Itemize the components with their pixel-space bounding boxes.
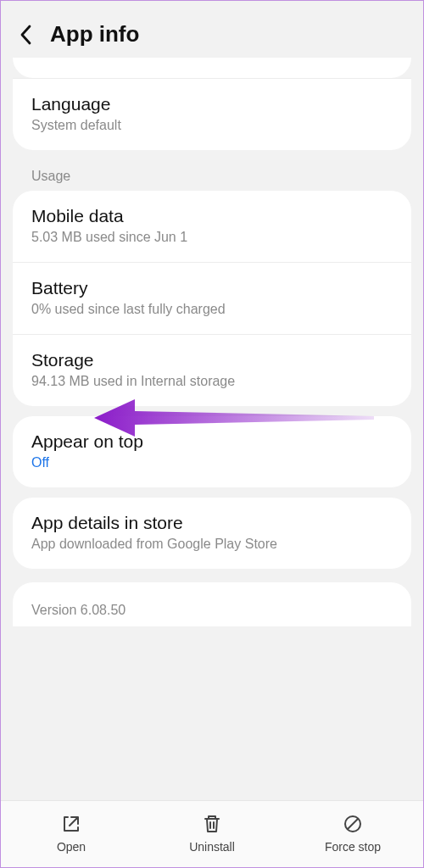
- storage-row[interactable]: Storage 94.13 MB used in Internal storag…: [13, 334, 411, 406]
- version-card: Version 6.08.50: [13, 582, 411, 626]
- store-card: App details in store App downloaded from…: [13, 498, 411, 569]
- language-row[interactable]: Language System default: [13, 78, 411, 150]
- usage-card: Mobile data 5.03 MB used since Jun 1 Bat…: [13, 191, 411, 406]
- battery-row[interactable]: Battery 0% used since last fully charged: [13, 262, 411, 334]
- appear-on-top-sub: Off: [31, 455, 393, 470]
- open-label: Open: [57, 840, 86, 854]
- page-title: App info: [50, 21, 139, 47]
- store-row[interactable]: App details in store App downloaded from…: [13, 498, 411, 569]
- battery-title: Battery: [31, 278, 393, 298]
- version-text: Version 6.08.50: [31, 603, 393, 618]
- appear-on-top-title: Appear on top: [31, 431, 393, 452]
- block-icon: [342, 813, 364, 835]
- language-sub: System default: [31, 118, 393, 133]
- mobile-data-row[interactable]: Mobile data 5.03 MB used since Jun 1: [13, 191, 411, 262]
- uninstall-label: Uninstall: [189, 840, 235, 854]
- storage-sub: 94.13 MB used in Internal storage: [31, 374, 393, 389]
- bottom-bar: Open Uninstall Force stop: [1, 800, 423, 867]
- store-sub: App downloaded from Google Play Store: [31, 537, 393, 552]
- language-card: Language System default: [13, 78, 411, 150]
- store-title: App details in store: [31, 513, 393, 533]
- mobile-data-title: Mobile data: [31, 206, 393, 226]
- uninstall-button[interactable]: Uninstall: [142, 801, 282, 867]
- open-button[interactable]: Open: [1, 801, 142, 867]
- trash-icon: [201, 813, 223, 835]
- language-title: Language: [31, 94, 393, 114]
- open-icon: [60, 813, 82, 835]
- force-stop-label: Force stop: [325, 840, 381, 854]
- header: App info: [1, 1, 423, 58]
- usage-section-label: Usage: [13, 150, 411, 191]
- force-stop-button[interactable]: Force stop: [282, 801, 423, 867]
- appear-on-top-card: Appear on top Off: [13, 416, 411, 487]
- mobile-data-sub: 5.03 MB used since Jun 1: [31, 230, 393, 245]
- battery-sub: 0% used since last fully charged: [31, 302, 393, 317]
- back-icon[interactable]: [18, 24, 35, 46]
- storage-title: Storage: [31, 350, 393, 370]
- previous-card-peek: [13, 58, 411, 78]
- content-scroll[interactable]: Language System default Usage Mobile dat…: [1, 58, 423, 800]
- appear-on-top-row[interactable]: Appear on top Off: [13, 416, 411, 487]
